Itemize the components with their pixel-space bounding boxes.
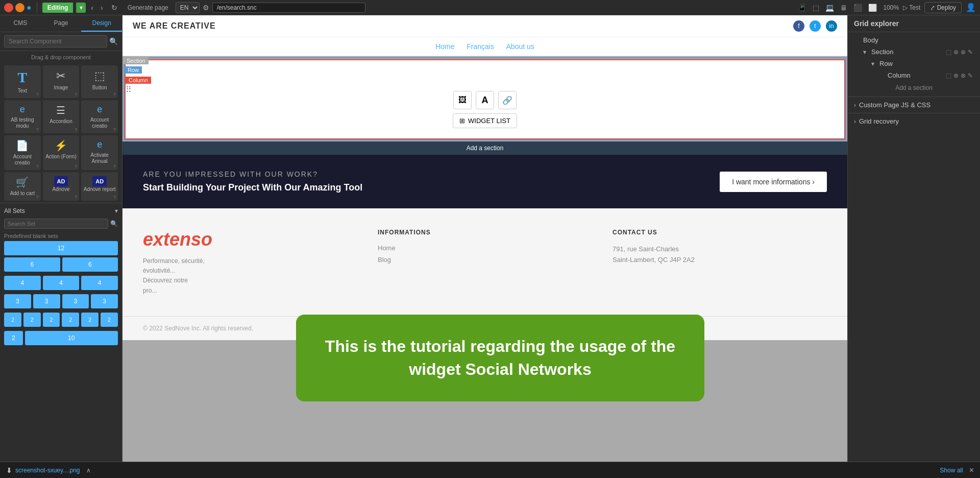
tree-section-icon-4[interactable]: ✎ xyxy=(968,49,973,56)
nav-about[interactable]: About us xyxy=(506,42,534,51)
component-text[interactable]: T Text ? xyxy=(4,65,41,98)
laptop-icon[interactable]: 💻 xyxy=(823,3,836,13)
grid-2-5-button[interactable]: 2 xyxy=(81,313,99,327)
component-accordion[interactable]: ☰ Accordion ? xyxy=(43,100,80,133)
search-icon[interactable]: 🔍 xyxy=(109,37,118,45)
component-account-creation[interactable]: e Account creatio ? xyxy=(81,100,118,133)
grid-3-2-button[interactable]: 3 xyxy=(33,294,60,308)
fullscreen-icon[interactable]: ⬜ xyxy=(866,3,879,13)
mobile-icon[interactable]: 📱 xyxy=(796,3,808,13)
footer-contact-col: CONTACT US 791, rue Saint-Charles Saint-… xyxy=(612,229,827,296)
desktop-icon[interactable]: 🖥 xyxy=(838,3,849,13)
grid-10-button[interactable]: 10 xyxy=(25,331,118,345)
widget-tools-row: 🖼 A 🔗 xyxy=(453,91,517,109)
show-all-button[interactable]: Show all xyxy=(940,467,963,474)
grid-2-2-button[interactable]: 2 xyxy=(23,313,41,327)
grid-recovery-header[interactable]: › Grid recovery xyxy=(848,113,980,129)
deploy-button[interactable]: ⤤ Deploy xyxy=(924,2,962,13)
linkedin-icon[interactable]: in xyxy=(826,20,837,32)
refresh-button[interactable]: ↻ xyxy=(108,3,120,13)
tree-section-label: Section xyxy=(871,48,946,56)
footer-logo: extenso xyxy=(143,229,357,250)
tree-column[interactable]: Column ⬚ ⊕ ⊗ ✎ xyxy=(876,69,976,81)
grid-2-3-button[interactable]: 2 xyxy=(43,313,60,327)
footer-link-blog[interactable]: Blog xyxy=(378,256,592,264)
tree-col-icon-3[interactable]: ⊗ xyxy=(961,72,966,79)
tree-col-icon-4[interactable]: ✎ xyxy=(968,72,973,79)
footer-link-home[interactable]: Home xyxy=(378,244,592,252)
grid-12-button[interactable]: 12 xyxy=(4,241,118,255)
facebook-icon[interactable]: f xyxy=(793,20,804,32)
tree-col-icon-2[interactable]: ⊕ xyxy=(953,72,959,79)
grid-2-1-button[interactable]: 2 xyxy=(4,313,21,327)
component-action-form[interactable]: ⚡ Action (Form) ? xyxy=(43,135,80,170)
component-add-to-cart[interactable]: 🛒 Add to cart ? xyxy=(4,172,41,201)
editing-dropdown[interactable]: ▾ xyxy=(76,3,86,13)
custom-js-css-header[interactable]: › Custom Page JS & CSS xyxy=(848,97,980,113)
tree-section-icon-1[interactable]: ⬚ xyxy=(946,49,951,56)
generate-page-button[interactable]: Generate page xyxy=(124,3,173,12)
grid-2-4-button[interactable]: 2 xyxy=(62,313,79,327)
component-image[interactable]: ✂ Image ? xyxy=(43,65,80,98)
settings-button[interactable]: ⚙ xyxy=(203,4,209,12)
url-input[interactable] xyxy=(212,3,365,13)
component-account-creation-2[interactable]: 📄 Account creatio ? xyxy=(4,135,41,170)
drag-handle-icon[interactable]: ⠿ xyxy=(126,85,132,94)
tree-section[interactable]: ▾ Section ⬚ ⊕ ⊗ ✎ xyxy=(860,46,976,58)
editing-button[interactable]: Editing xyxy=(42,3,74,13)
component-ab-testing[interactable]: e AB testing modu ? xyxy=(4,100,41,133)
component-adnove[interactable]: AD Adnove ? xyxy=(43,172,80,201)
tab-design[interactable]: Design xyxy=(81,15,122,32)
next-button[interactable]: › xyxy=(99,3,105,13)
grid-2-6-button[interactable]: 2 xyxy=(101,313,118,327)
widget-list-button[interactable]: ⊞ WIDGET LIST xyxy=(453,113,517,128)
sets-search-input[interactable] xyxy=(4,219,108,229)
custom-js-css-arrow: › xyxy=(854,102,856,109)
tree-row[interactable]: ▾ Row xyxy=(868,58,976,69)
nav-francais[interactable]: Français xyxy=(467,42,494,51)
image-tool-button[interactable]: 🖼 xyxy=(453,91,472,109)
sets-search-icon[interactable]: 🔍 xyxy=(110,220,118,227)
tablet-icon[interactable]: ⬚ xyxy=(811,3,821,13)
component-activate-annual[interactable]: e Activate Annual ? xyxy=(81,135,118,170)
text-tool-button[interactable]: A xyxy=(476,91,494,109)
widescreen-icon[interactable]: ⬛ xyxy=(851,3,864,13)
close-bottom-bar-button[interactable]: × xyxy=(969,466,974,475)
grid-3-4-button[interactable]: 3 xyxy=(91,294,118,308)
grid-4-2-button[interactable]: 4 xyxy=(43,276,80,290)
grid-4-3-button[interactable]: 4 xyxy=(81,276,118,290)
nav-home[interactable]: Home xyxy=(435,42,454,51)
add-to-cart-label: Add to cart xyxy=(10,190,35,197)
grid-2-button[interactable]: 2 xyxy=(4,331,23,345)
button-label: Button xyxy=(92,85,107,91)
add-section-bar[interactable]: Add a section xyxy=(122,141,847,155)
component-adnove-report[interactable]: AD Adnove report ? xyxy=(81,172,118,201)
footer-address: 791, rue Saint-Charles Saint-Lambert, QC… xyxy=(612,244,827,266)
link-tool-button[interactable]: 🔗 xyxy=(498,91,517,109)
right-panel: Grid explorer Body ▾ Section ⬚ ⊕ ⊗ ✎ ▾ xyxy=(847,15,980,478)
download-filename[interactable]: screenshot-sxuey....png xyxy=(15,467,80,474)
grid-6-right-button[interactable]: 6 xyxy=(62,257,118,272)
add-section-tree[interactable]: Add a section xyxy=(852,81,976,94)
component-button[interactable]: ⬚ Button ? xyxy=(81,65,118,98)
tab-cms[interactable]: CMS xyxy=(0,15,41,32)
prev-button[interactable]: ‹ xyxy=(89,3,95,13)
grid-3-3-button[interactable]: 3 xyxy=(62,294,89,308)
grid-3-1-button[interactable]: 3 xyxy=(4,294,31,308)
grid-6-left-button[interactable]: 6 xyxy=(4,257,60,272)
twitter-icon[interactable]: t xyxy=(810,20,821,32)
test-button[interactable]: ▷ Test xyxy=(903,4,920,11)
tree-section-icon-2[interactable]: ⊕ xyxy=(953,49,959,56)
language-select[interactable]: EN xyxy=(176,2,200,13)
sets-header[interactable]: All Sets ▾ xyxy=(4,205,118,217)
tree-section-icon-3[interactable]: ⊗ xyxy=(961,49,966,56)
user-icon[interactable]: 👤 xyxy=(966,3,976,12)
tab-page[interactable]: Page xyxy=(41,15,82,32)
grid-4-1-button[interactable]: 4 xyxy=(4,276,41,290)
tree-col-icon-1[interactable]: ⬚ xyxy=(946,72,951,79)
search-input[interactable] xyxy=(4,35,107,47)
cta-button[interactable]: I want more informations › xyxy=(720,172,827,192)
tree-body[interactable]: Body xyxy=(852,34,976,46)
logo-red-circle xyxy=(4,3,13,12)
footer-contact-title: CONTACT US xyxy=(612,229,827,236)
